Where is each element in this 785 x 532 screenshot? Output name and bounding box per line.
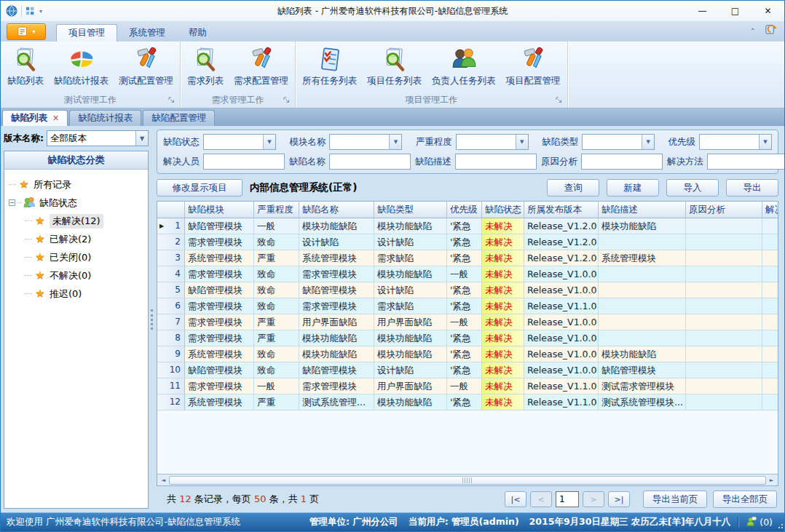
row-header[interactable]: 11 (157, 378, 185, 394)
dropdown-arrow-icon[interactable]: ▼ (516, 135, 528, 149)
filter-select[interactable]: ▼ (699, 134, 772, 150)
ribbon-tab[interactable]: 帮助 (177, 24, 218, 41)
page-number-input[interactable] (556, 491, 579, 507)
panel-splitter[interactable] (149, 126, 155, 512)
row-header[interactable]: 7 (157, 314, 185, 330)
dropdown-arrow-icon[interactable]: ▼ (389, 135, 401, 149)
tree-expander-icon[interactable]: − (9, 199, 15, 206)
ribbon-button[interactable]: 负责人任务列表 (427, 43, 501, 89)
row-header[interactable]: 9 (157, 346, 185, 362)
ribbon-button[interactable]: 缺陷统计报表 (49, 43, 114, 89)
collapse-ribbon-icon[interactable]: ⌃ (750, 28, 756, 35)
export-all-pages-button[interactable]: 导出全部页 (713, 491, 777, 508)
row-header[interactable]: 12 (157, 394, 185, 410)
horizontal-scrollbar[interactable]: ◄ ► (157, 474, 778, 485)
maximize-button[interactable]: □ (719, 1, 752, 21)
dropdown-arrow-icon[interactable]: ▼ (642, 135, 654, 149)
quick-access-dropdown-icon[interactable]: ▾ (39, 8, 42, 15)
table-row[interactable]: 8需求管理模块严重模块功能缺陷模块功能缺陷'紧急未解决Release_V1.0.… (157, 330, 778, 346)
column-header[interactable]: 原因分析 (686, 202, 762, 218)
filter-text-input[interactable] (329, 154, 411, 170)
document-tab[interactable]: 缺陷列表✕ (2, 110, 68, 126)
row-header[interactable]: 8 (157, 330, 185, 346)
document-tab[interactable]: 缺陷配置管理 (143, 110, 215, 126)
export-button[interactable]: 导出 (726, 179, 778, 196)
about-icon[interactable] (765, 23, 777, 39)
first-page-button[interactable]: |< (505, 491, 526, 507)
filter-select[interactable]: ▼ (203, 134, 276, 150)
tree-item[interactable]: ★已解决(2) (9, 230, 146, 248)
ribbon-button[interactable]: 所有任务列表 (297, 43, 362, 89)
filter-select[interactable]: ▼ (582, 134, 655, 150)
dialog-launcher-icon[interactable] (556, 97, 564, 105)
dropdown-arrow-icon[interactable]: ▼ (759, 135, 771, 149)
next-page-button[interactable]: > (583, 491, 604, 507)
table-row[interactable]: 11需求管理模块一般需求管理模块用户界面缺陷一般未解决Release_V1.1.… (157, 378, 778, 394)
row-header[interactable]: 10 (157, 362, 185, 378)
prev-page-button[interactable]: < (530, 491, 552, 507)
messages-user-icon[interactable] (746, 516, 757, 529)
modify-display-items-button[interactable]: 修改显示项目 (157, 179, 242, 196)
app-menu-button[interactable]: ▾ (7, 23, 46, 40)
table-row[interactable]: 4需求管理模块致命需求管理模块模块功能缺陷一般未解决Release_V1.0.0 (157, 266, 778, 282)
table-row[interactable]: 6需求管理模块致命需求管理模块需求缺陷'紧急未解决Release_V1.1.0 (157, 298, 778, 314)
column-header[interactable]: 缺陷类型 (374, 202, 447, 218)
column-header[interactable]: 缺陷状态 (482, 202, 524, 218)
import-button[interactable]: 导入 (666, 179, 719, 196)
ribbon-button[interactable]: 需求列表 (182, 43, 229, 89)
filter-text-input[interactable] (455, 154, 537, 170)
tree-item[interactable]: ★推迟(0) (9, 285, 146, 303)
table-row[interactable]: ▶1缺陷管理模块一般模块功能缺陷模块功能缺陷'紧急未解决Release_V1.2… (157, 218, 778, 234)
document-tab[interactable]: 缺陷统计报表 (69, 110, 141, 126)
minimize-button[interactable]: — (686, 1, 719, 21)
scrollbar-thumb[interactable] (169, 476, 766, 485)
table-row[interactable]: 10缺陷管理模块致命缺陷管理模块设计缺陷'紧急未解决Release_V1.0.0… (157, 362, 778, 378)
row-header[interactable]: 5 (157, 282, 185, 298)
scroll-left-icon[interactable]: ◄ (158, 477, 169, 483)
version-dropdown-icon[interactable]: ▼ (135, 131, 148, 146)
export-current-page-button[interactable]: 导出当前页 (643, 491, 707, 508)
scroll-right-icon[interactable]: ► (766, 477, 777, 483)
ribbon-button[interactable]: 需求配置管理 (229, 43, 293, 89)
dialog-launcher-icon[interactable] (283, 97, 291, 105)
table-row[interactable]: 2需求管理模块致命设计缺陷设计缺陷'紧急未解决Release_V1.2.0 (157, 234, 778, 250)
row-header[interactable]: 4 (157, 266, 185, 282)
column-header[interactable]: 解决方法 (762, 202, 778, 218)
filter-text-input[interactable] (581, 154, 663, 170)
close-button[interactable]: ✕ (752, 1, 784, 21)
column-header[interactable]: 优先级 (447, 202, 482, 218)
app-logo-icon[interactable] (6, 5, 17, 17)
query-button[interactable]: 查询 (547, 179, 599, 196)
filter-select[interactable]: ▼ (329, 134, 402, 150)
last-page-button[interactable]: >| (608, 491, 630, 507)
column-header[interactable]: 缺陷名称 (299, 202, 374, 218)
resize-grip-icon[interactable] (777, 524, 783, 530)
filter-select[interactable]: ▼ (456, 134, 529, 150)
quick-access-grid-icon[interactable] (25, 6, 36, 16)
tree-item[interactable]: ★所有记录 (9, 175, 146, 194)
ribbon-button[interactable]: 项目配置管理 (501, 43, 566, 89)
table-row[interactable]: 12系统管理模块严重测试系统管理...模块功能缺陷'紧急未解决Release_V… (157, 394, 778, 410)
ribbon-button[interactable]: 项目任务列表 (362, 43, 427, 89)
row-header[interactable]: 6 (157, 298, 185, 314)
tree-item[interactable]: ★未解决(12) (9, 212, 146, 230)
row-header[interactable]: 3 (157, 250, 185, 266)
column-header[interactable]: 缺陷模块 (185, 202, 254, 218)
close-tab-icon[interactable]: ✕ (52, 114, 59, 123)
ribbon-tab[interactable]: 系统管理 (117, 24, 177, 41)
new-button[interactable]: 新建 (607, 179, 659, 196)
row-header[interactable]: 2 (157, 234, 185, 250)
tree-item[interactable]: ★不解决(0) (9, 266, 146, 285)
ribbon-button[interactable]: 缺陷列表 (2, 43, 49, 89)
tree-item[interactable]: −缺陷状态 (9, 194, 146, 212)
filter-text-input[interactable] (707, 154, 784, 170)
tree-item[interactable]: ★已关闭(0) (9, 248, 146, 266)
table-row[interactable]: 5缺陷管理模块致命缺陷管理模块设计缺陷'紧急未解决Release_V1.0.0 (157, 282, 778, 298)
column-header[interactable]: 严重程度 (254, 202, 299, 218)
table-row[interactable]: 3系统管理模块严重系统管理模块需求缺陷'紧急未解决Release_V1.2.0系… (157, 250, 778, 266)
dialog-launcher-icon[interactable] (168, 97, 176, 105)
column-header[interactable]: 缺陷描述 (599, 202, 686, 218)
dropdown-arrow-icon[interactable]: ▼ (263, 135, 275, 149)
table-row[interactable]: 9系统管理模块致命模块功能缺陷模块功能缺陷'紧急未解决Release_V1.0.… (157, 346, 778, 362)
column-header[interactable]: 所属发布版本 (524, 202, 599, 218)
